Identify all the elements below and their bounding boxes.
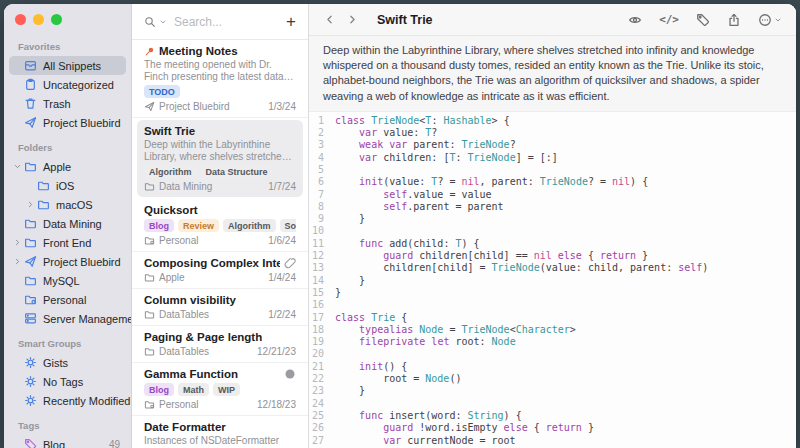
snippet-preview: Deep within the Labyrinthine Library, wh…	[144, 139, 296, 162]
code-text: class Trie {	[335, 312, 407, 324]
zoom-button[interactable]	[51, 14, 62, 25]
code-line: 14 }	[309, 275, 796, 287]
sidebar-item-trash[interactable]: Trash	[9, 94, 126, 113]
minimize-button[interactable]	[33, 14, 44, 25]
date-label: 1/7/24	[268, 181, 296, 192]
code-line: 13 children[child] = TrieNode(value: chi…	[309, 262, 796, 274]
item-footer: Personal1/6/24	[144, 235, 296, 246]
code-text: fileprivate let root: Node	[335, 336, 516, 348]
line-number: 7	[309, 189, 335, 201]
close-button[interactable]	[15, 14, 26, 25]
sidebar-item-personal[interactable]: Personal	[9, 290, 126, 309]
sidebar-item-server-management[interactable]: Server Management	[9, 309, 126, 328]
sidebar-item-project-bluebird[interactable]: Project Bluebird	[9, 113, 126, 132]
sidebar-item-label: Recently Modified	[43, 395, 130, 407]
sidebar-item-gists[interactable]: Gists	[9, 353, 126, 372]
search-bar[interactable]: Search... +	[132, 4, 308, 40]
tag-row: BlogReviewAlgorithmSorting+2	[144, 219, 296, 232]
list-item-gamma-function[interactable]: Gamma FunctionBlogMathWIPPersonal12/18/2…	[132, 363, 308, 416]
code-text: }	[335, 275, 365, 287]
sidebar-item-mysql[interactable]: MySQL	[9, 271, 126, 290]
code-editor[interactable]: 1class TrieNode<T: Hashable> {2 var valu…	[309, 112, 796, 448]
line-number: 16	[309, 299, 335, 311]
date-label: 1/3/24	[268, 101, 296, 112]
list-item-quicksort[interactable]: QuicksortBlogReviewAlgorithmSorting+2Per…	[132, 199, 308, 252]
folder-name: Personal	[159, 235, 198, 246]
eye-icon[interactable]	[628, 13, 642, 27]
code-text: }	[335, 287, 341, 299]
snippet-list-title: Date Formatter	[144, 421, 296, 433]
sidebar-item-recently-modified[interactable]: Recently Modified	[9, 391, 126, 410]
tag-pill: TODO	[144, 85, 180, 98]
sidebar-item-macos[interactable]: macOS	[9, 195, 126, 214]
code-text: var currentNode = root	[335, 435, 516, 447]
line-number: 3	[309, 139, 335, 151]
code-text: }	[335, 213, 365, 225]
tag-row: TODO	[144, 85, 296, 98]
tag-row: BlogMathWIP	[144, 383, 296, 396]
code-line: 7 self.value = value	[309, 189, 796, 201]
disclosure-chevron-icon[interactable]	[13, 162, 24, 171]
tag-pill: Math	[178, 383, 209, 396]
back-button[interactable]	[323, 13, 336, 26]
line-number: 21	[309, 361, 335, 373]
list-item-column-visibility[interactable]: Column visibilityDataTables1/2/24	[132, 289, 308, 326]
forward-button[interactable]	[346, 13, 359, 26]
folder-icon	[144, 181, 155, 192]
sidebar-item-blog[interactable]: Blog49	[9, 435, 126, 448]
code-line: 12 guard children[child] == nil else { r…	[309, 250, 796, 262]
code-icon[interactable]: </>	[659, 13, 679, 26]
line-number: 10	[309, 225, 335, 237]
snippet-list-title: Composing Complex Interfaces	[144, 257, 280, 269]
paper-plane-icon	[24, 116, 39, 129]
snippet-list-title: Paging & Page length	[144, 331, 296, 343]
sidebar-item-apple[interactable]: Apple	[9, 157, 126, 176]
disclosure-chevron-icon[interactable]	[26, 200, 37, 209]
sidebar-item-uncategorized[interactable]: Uncategorized	[9, 75, 126, 94]
list-item-composing-complex-interfaces[interactable]: Composing Complex InterfacesApple1/4/24	[132, 252, 308, 289]
line-number: 1	[309, 115, 335, 127]
code-line: 8 self.parent = parent	[309, 201, 796, 213]
app-window: FavoritesAll SnippetsUncategorizedTrashP…	[4, 4, 796, 448]
sidebar-item-no-tags[interactable]: No Tags	[9, 372, 126, 391]
line-number: 15	[309, 287, 335, 299]
line-number: 8	[309, 201, 335, 213]
sidebar-item-front-end[interactable]: Front End	[9, 233, 126, 252]
code-line: 18 typealias Node = TrieNode<Character>	[309, 324, 796, 336]
line-number: 27	[309, 435, 335, 447]
search-scope-chevron-icon[interactable]	[159, 18, 167, 26]
more-icon[interactable]	[758, 13, 782, 27]
disclosure-chevron-icon[interactable]	[13, 257, 24, 266]
sidebar-item-label: macOS	[56, 199, 93, 211]
sidebar-item-all-snippets[interactable]: All Snippets	[9, 56, 126, 75]
snippet-list-title: Swift Trie	[144, 125, 296, 137]
folder-icon	[37, 179, 52, 192]
snippet-preview: Instances of NSDateFormatter create stri…	[144, 435, 296, 448]
date-label: 1/6/24	[268, 235, 296, 246]
folder-icon	[24, 160, 39, 173]
code-line: 5	[309, 164, 796, 176]
sidebar-item-label: Apple	[43, 161, 71, 173]
sidebar-item-data-mining[interactable]: Data Mining	[9, 214, 126, 233]
sidebar-item-label: MySQL	[43, 275, 80, 287]
code-text: guard children[child] == nil else { retu…	[335, 250, 648, 262]
sidebar-item-ios[interactable]: iOS	[9, 176, 126, 195]
list-item-paging-page-length[interactable]: Paging & Page lengthDataTables12/21/23	[132, 326, 308, 363]
sidebar-item-project-bluebird[interactable]: Project Bluebird	[9, 252, 126, 271]
add-snippet-button[interactable]: +	[286, 13, 296, 30]
search-input[interactable]: Search...	[174, 15, 283, 29]
line-number: 20	[309, 348, 335, 360]
code-line: 24	[309, 398, 796, 410]
sidebar: FavoritesAll SnippetsUncategorizedTrashP…	[4, 4, 131, 448]
disclosure-chevron-icon[interactable]	[13, 238, 24, 247]
list-item-swift-trie[interactable]: Swift TrieDeep within the Labyrinthine L…	[137, 120, 303, 197]
sidebar-item-label: Server Management	[43, 313, 131, 325]
code-line: 23 }	[309, 385, 796, 397]
list-item-meeting-notes[interactable]: Meeting NotesThe meeting opened with Dr.…	[132, 40, 308, 118]
folder-name: Apple	[159, 272, 185, 283]
line-number: 13	[309, 262, 335, 274]
share-icon[interactable]	[727, 13, 741, 27]
list-item-date-formatter[interactable]: Date FormatterInstances of NSDateFormatt…	[132, 416, 308, 448]
tag-icon[interactable]	[696, 13, 710, 27]
github-icon	[284, 368, 296, 380]
